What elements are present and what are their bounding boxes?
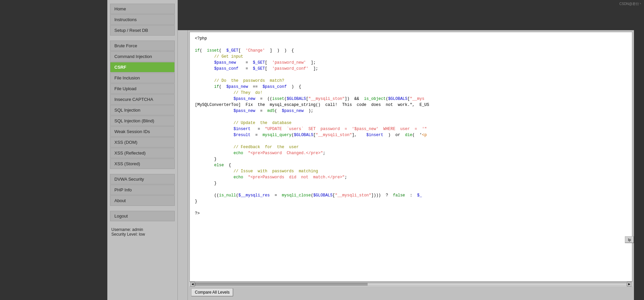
- sidebar-item-xss-dom[interactable]: XSS (DOM): [110, 137, 175, 147]
- watermark: CSDN@君衍丶: [620, 2, 643, 6]
- sidebar-item-about[interactable]: About: [110, 195, 175, 206]
- top-bar: [178, 0, 634, 30]
- sidebar-bottom-section: DVWA Security PHP Info About: [107, 174, 177, 206]
- scroll-thumb[interactable]: [195, 283, 368, 286]
- left-dark-panel: [0, 0, 107, 300]
- sidebar-item-command-injection[interactable]: Command Injection: [110, 51, 175, 62]
- username-line: Username: admin: [111, 227, 173, 232]
- sidebar-vulnerability-section: Brute Force Command Injection CSRF File …: [107, 41, 177, 169]
- sidebar-item-sql-injection[interactable]: SQL Injection: [110, 105, 175, 115]
- right-dark-panel: lp: [634, 0, 644, 300]
- sidebar-divider-2: [107, 171, 177, 174]
- sidebar-item-xss-reflected[interactable]: XSS (Reflected): [110, 148, 175, 158]
- security-line: Security Level: low: [111, 232, 173, 237]
- sidebar-item-insecure-captcha[interactable]: Insecure CAPTCHA: [110, 94, 175, 105]
- sidebar-item-csrf[interactable]: CSRF: [110, 62, 175, 72]
- code-container[interactable]: <?php if( isset( $_GET[ 'Change' ] ) ) {…: [190, 32, 632, 282]
- content-left-strip: [178, 30, 188, 300]
- sidebar-item-xss-stored[interactable]: XSS (Stored): [110, 159, 175, 169]
- user-info: Username: admin Security Level: low: [107, 225, 177, 239]
- sidebar-item-php-info[interactable]: PHP Info: [110, 185, 175, 195]
- code-panel: <?php if( isset( $_GET[ 'Change' ] ) ) {…: [188, 30, 634, 300]
- sidebar-item-file-inclusion[interactable]: File Inclusion: [110, 73, 175, 83]
- security-value: low: [139, 232, 145, 237]
- sidebar-divider-1: [107, 38, 177, 40]
- sidebar-item-instructions[interactable]: Instructions: [110, 14, 175, 25]
- sidebar: Home Instructions Setup / Reset DB Brute…: [107, 0, 178, 300]
- sidebar-item-brute-force[interactable]: Brute Force: [110, 41, 175, 51]
- username-value: admin: [132, 227, 143, 232]
- compare-all-levels-button[interactable]: Compare All Levels: [191, 288, 233, 296]
- sidebar-item-home[interactable]: Home: [110, 4, 175, 14]
- scroll-right-arrow[interactable]: ▶: [627, 282, 632, 287]
- content-area: <?php if( isset( $_GET[ 'Change' ] ) ) {…: [178, 30, 634, 300]
- scroll-track[interactable]: [195, 283, 627, 286]
- sidebar-item-dvwa-security[interactable]: DVWA Security: [110, 174, 175, 184]
- sidebar-item-sql-injection-blind[interactable]: SQL Injection (Blind): [110, 116, 175, 126]
- scroll-left-arrow[interactable]: ◀: [190, 282, 195, 287]
- sidebar-item-setup[interactable]: Setup / Reset DB: [110, 25, 175, 36]
- username-label: Username:: [111, 227, 131, 232]
- help-button[interactable]: lp: [625, 236, 634, 243]
- code-block: <?php if( isset( $_GET[ 'Change' ] ) ) {…: [190, 32, 632, 220]
- security-label: Security Level:: [111, 232, 138, 237]
- sidebar-item-weak-session-ids[interactable]: Weak Session IDs: [110, 126, 175, 137]
- sidebar-top-section: Home Instructions Setup / Reset DB: [107, 4, 177, 36]
- sidebar-item-file-upload[interactable]: File Upload: [110, 83, 175, 94]
- compare-button-container: Compare All Levels: [190, 286, 632, 298]
- horizontal-scrollbar[interactable]: ◀ ▶: [190, 282, 632, 286]
- main-content: <?php if( isset( $_GET[ 'Change' ] ) ) {…: [178, 0, 634, 300]
- sidebar-divider-3: [107, 208, 177, 211]
- sidebar-item-logout[interactable]: Logout: [110, 211, 175, 221]
